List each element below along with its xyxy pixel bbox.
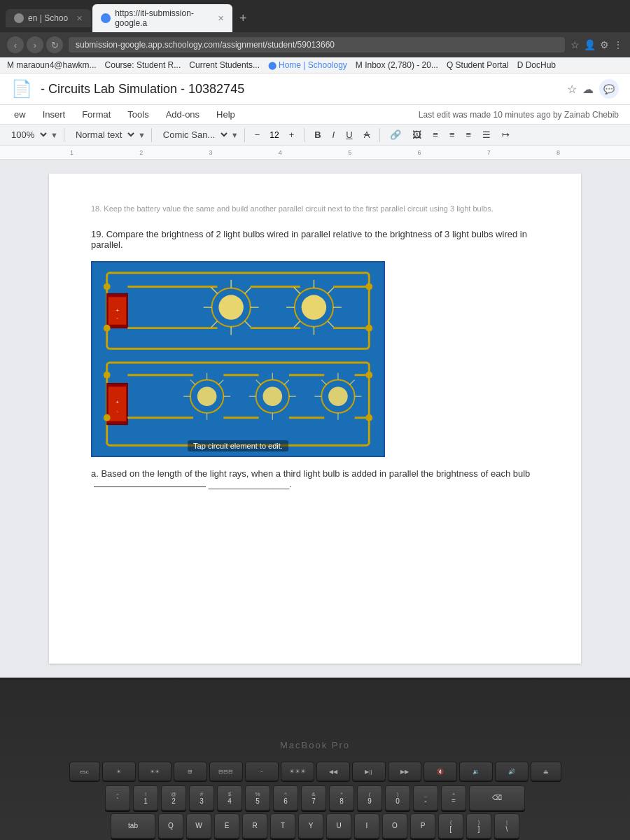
menu-help[interactable]: Help bbox=[214, 108, 238, 121]
menu-ew[interactable]: ew bbox=[11, 108, 29, 121]
key-f10[interactable]: 🔇 bbox=[424, 762, 457, 781]
bookmark-student-portal[interactable]: Q Student Portal bbox=[447, 60, 509, 70]
key-2[interactable]: @2 bbox=[161, 785, 186, 811]
key-f1[interactable]: ☀ bbox=[102, 762, 136, 781]
key-0[interactable]: )0 bbox=[385, 785, 410, 811]
decrease-font-btn[interactable]: − bbox=[251, 128, 265, 141]
menu-addons[interactable]: Add-ons bbox=[163, 108, 202, 121]
circuit-image[interactable]: + - bbox=[91, 261, 385, 457]
intro-text: 18. Keep the battery value the same and … bbox=[91, 202, 539, 216]
key-minus[interactable]: _- bbox=[413, 785, 438, 811]
key-7[interactable]: &7 bbox=[301, 785, 326, 811]
forward-button[interactable]: › bbox=[27, 36, 43, 53]
key-t[interactable]: T bbox=[270, 813, 295, 839]
qwerty-key-row: tab Q W E R T Y U I O P {[ }] |\ bbox=[111, 813, 519, 839]
align-right-button[interactable]: ≡ bbox=[461, 128, 475, 141]
tab-google[interactable]: https://iti-submission-google.a ✕ bbox=[92, 4, 232, 32]
bookmark-course[interactable]: Course: Student R... bbox=[105, 60, 181, 70]
key-equals[interactable]: += bbox=[441, 785, 466, 811]
key-f6[interactable]: ☀☀☀ bbox=[281, 762, 314, 781]
key-u[interactable]: U bbox=[326, 813, 351, 839]
link-button[interactable]: 🔗 bbox=[386, 128, 405, 141]
italic-button[interactable]: I bbox=[328, 128, 340, 141]
key-r[interactable]: R bbox=[242, 813, 267, 839]
key-4[interactable]: $4 bbox=[217, 785, 242, 811]
align-center-button[interactable]: ≡ bbox=[445, 128, 459, 141]
menu-tools[interactable]: Tools bbox=[125, 108, 151, 121]
new-tab-button[interactable]: + bbox=[234, 9, 252, 27]
doc-title-bar: 📄 - Circuits Lab Simulation - 10382745 ☆… bbox=[0, 74, 630, 105]
key-f2[interactable]: ☀☀ bbox=[138, 762, 172, 781]
key-1[interactable]: !1 bbox=[133, 785, 158, 811]
bookmark-home-schoology[interactable]: ⬤ Home | Schoology bbox=[268, 60, 347, 70]
menu-format[interactable]: Format bbox=[79, 108, 113, 121]
bookmark-inbox[interactable]: M Inbox (2,780) - 20... bbox=[356, 60, 438, 70]
image-button[interactable]: 🖼 bbox=[408, 128, 426, 141]
extensions-icon[interactable]: ⚙ bbox=[600, 39, 609, 50]
tab-google-close[interactable]: ✕ bbox=[218, 14, 224, 23]
back-button[interactable]: ‹ bbox=[7, 36, 24, 53]
key-f3[interactable]: ⊞ bbox=[174, 762, 207, 781]
key-5[interactable]: %5 bbox=[245, 785, 270, 811]
key-e[interactable]: E bbox=[214, 813, 239, 839]
key-tab[interactable]: tab bbox=[111, 813, 155, 839]
bold-button[interactable]: B bbox=[310, 128, 325, 141]
key-p[interactable]: P bbox=[410, 813, 435, 839]
toolbar-style-group: Normal text ▼ bbox=[70, 127, 146, 142]
list-button[interactable]: ☰ bbox=[478, 128, 495, 141]
key-y[interactable]: Y bbox=[298, 813, 323, 839]
toolbar-font-group: Comic San... ▼ bbox=[158, 127, 239, 142]
svg-point-60 bbox=[328, 386, 348, 406]
doc-page: 18. Keep the battery value the same and … bbox=[49, 174, 581, 664]
key-bracket-left[interactable]: {[ bbox=[438, 813, 463, 839]
tab-schoology-close[interactable]: ✕ bbox=[76, 14, 83, 23]
key-o[interactable]: O bbox=[382, 813, 407, 839]
zoom-select[interactable]: 100% bbox=[6, 127, 49, 142]
tab-schoology[interactable]: en | Schoo ✕ bbox=[6, 9, 91, 27]
key-esc[interactable]: esc bbox=[69, 762, 100, 781]
key-f7[interactable]: ◀◀ bbox=[316, 762, 350, 781]
style-select[interactable]: Normal text bbox=[70, 127, 136, 142]
tap-hint: Tap circuit element to edit. bbox=[188, 440, 288, 451]
key-f8[interactable]: ▶|| bbox=[352, 762, 386, 781]
key-backslash[interactable]: |\ bbox=[494, 813, 519, 839]
key-f12[interactable]: 🔊 bbox=[495, 762, 528, 781]
indent-button[interactable]: ↦ bbox=[498, 128, 514, 141]
key-9[interactable]: (9 bbox=[357, 785, 382, 811]
key-power[interactable]: ⏏ bbox=[531, 762, 561, 781]
key-bracket-right[interactable]: }] bbox=[466, 813, 491, 839]
comments-icon[interactable]: 💬 bbox=[599, 79, 619, 99]
key-3[interactable]: #3 bbox=[189, 785, 214, 811]
key-i[interactable]: I bbox=[354, 813, 379, 839]
key-f11[interactable]: 🔉 bbox=[459, 762, 493, 781]
key-f4[interactable]: ⊟⊟⊟ bbox=[209, 762, 243, 781]
underline-button[interactable]: U bbox=[342, 128, 356, 141]
star-icon[interactable]: ☆ bbox=[567, 83, 577, 96]
key-6[interactable]: ^6 bbox=[273, 785, 298, 811]
svg-point-9 bbox=[218, 295, 243, 319]
svg-text:-: - bbox=[116, 314, 118, 321]
increase-font-btn[interactable]: + bbox=[285, 128, 299, 141]
doc-title[interactable]: - Circuits Lab Simulation - 10382745 bbox=[41, 82, 559, 97]
key-f5[interactable]: ··· bbox=[245, 762, 279, 781]
address-bar[interactable]: submission-google.app.schoology.com/assi… bbox=[69, 37, 565, 52]
key-w[interactable]: W bbox=[186, 813, 211, 839]
profile-icon[interactable]: 👤 bbox=[584, 39, 596, 50]
key-8[interactable]: *8 bbox=[329, 785, 354, 811]
key-backtick[interactable]: ~` bbox=[105, 785, 130, 811]
key-backspace[interactable]: ⌫ bbox=[469, 785, 525, 811]
bookmark-dochub[interactable]: D DocHub bbox=[517, 60, 556, 70]
menu-icon[interactable]: ⋮ bbox=[613, 39, 623, 50]
align-left-button[interactable]: ≡ bbox=[428, 128, 442, 141]
fn-key-row: esc ☀ ☀☀ ⊞ ⊟⊟⊟ ··· ☀☀☀ ◀◀ ▶|| ▶▶ 🔇 🔉 🔊 ⏏ bbox=[69, 762, 561, 781]
font-select[interactable]: Comic San... bbox=[158, 127, 230, 142]
divider-4 bbox=[304, 128, 304, 142]
bookmark-current-students[interactable]: Current Students... bbox=[189, 60, 260, 70]
key-q[interactable]: Q bbox=[158, 813, 183, 839]
menu-insert[interactable]: Insert bbox=[40, 108, 69, 121]
bookmark-maraoun[interactable]: M maraoun4@hawkm... bbox=[7, 60, 97, 70]
bookmark-icon[interactable]: ☆ bbox=[570, 39, 580, 50]
reload-button[interactable]: ↻ bbox=[46, 36, 63, 53]
key-f9[interactable]: ▶▶ bbox=[388, 762, 421, 781]
strikethrough-button[interactable]: A bbox=[360, 128, 374, 141]
